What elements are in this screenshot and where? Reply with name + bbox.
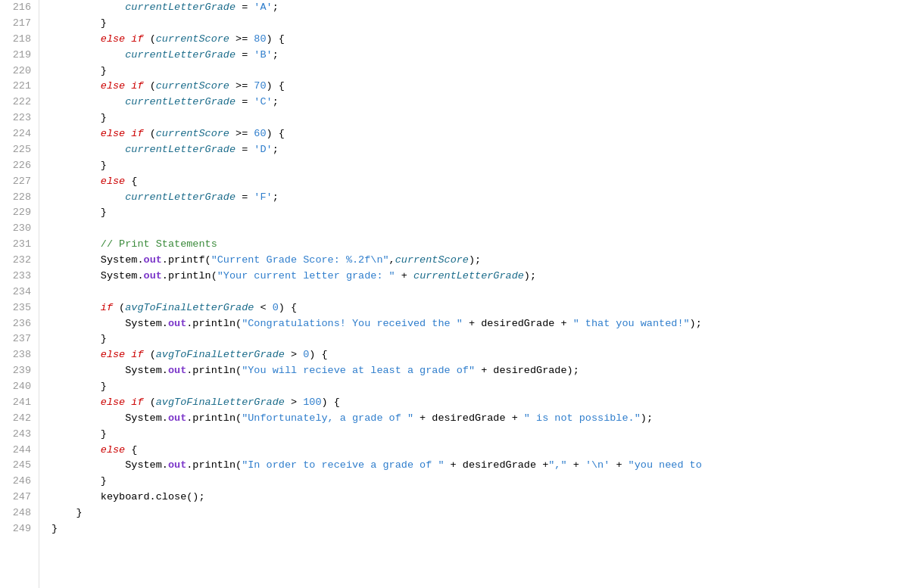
code-line: else {: [51, 174, 914, 190]
code-line: }: [51, 474, 914, 490]
line-number: 220: [5, 64, 31, 79]
line-number: 249: [5, 521, 31, 537]
line-numbers: 2162172182192202212222232242252262272282…: [0, 0, 39, 588]
line-number: 229: [5, 205, 31, 221]
code-line: else if (currentScore >= 60) {: [51, 126, 914, 142]
line-number: 244: [5, 443, 31, 459]
code-line: [51, 221, 914, 237]
line-number: 230: [5, 221, 31, 237]
code-line: else if (currentScore >= 80) {: [51, 32, 914, 48]
line-number: 238: [5, 347, 31, 363]
line-number: 233: [5, 269, 31, 285]
code-line: System.out.println("You will recieve at …: [51, 363, 914, 379]
code-line: // Print Statements: [51, 237, 914, 253]
line-number: 219: [5, 48, 31, 64]
code-line: currentLetterGrade = 'F';: [51, 190, 914, 206]
line-number: 237: [5, 331, 31, 347]
code-content[interactable]: currentLetterGrade = 'A'; } else if (cur…: [39, 0, 914, 588]
line-number: 225: [5, 142, 31, 158]
code-line: keyboard.close();: [51, 490, 914, 506]
code-line: else {: [51, 443, 914, 459]
line-number: 235: [5, 300, 31, 316]
code-line: }: [51, 110, 914, 126]
line-number: 228: [5, 190, 31, 206]
code-line: currentLetterGrade = 'C';: [51, 95, 914, 110]
code-line: }: [51, 521, 914, 537]
code-line: System.out.println("Your current letter …: [51, 269, 914, 285]
code-line: else if (avgToFinalLetterGrade > 100) {: [51, 395, 914, 411]
code-editor: 2162172182192202212222232242252262272282…: [0, 0, 914, 588]
line-number: 245: [5, 458, 31, 474]
line-number: 223: [5, 110, 31, 126]
line-number: 240: [5, 379, 31, 395]
code-line: System.out.printf("Current Grade Score: …: [51, 253, 914, 269]
line-number: 218: [5, 32, 31, 48]
line-number: 231: [5, 237, 31, 253]
code-line: currentLetterGrade = 'B';: [51, 48, 914, 64]
code-line: }: [51, 158, 914, 174]
code-line: }: [51, 205, 914, 221]
line-number: 246: [5, 474, 31, 490]
code-line: System.out.println("Congratulations! You…: [51, 316, 914, 332]
code-line: [51, 285, 914, 300]
code-line: System.out.println("Unfortunately, a gra…: [51, 411, 914, 427]
line-number: 247: [5, 490, 31, 506]
line-number: 241: [5, 395, 31, 411]
code-line: else if (currentScore >= 70) {: [51, 79, 914, 95]
code-line: if (avgToFinalLetterGrade < 0) {: [51, 300, 914, 316]
code-line: }: [51, 506, 914, 521]
line-number: 239: [5, 363, 31, 379]
code-line: }: [51, 64, 914, 79]
code-line: currentLetterGrade = 'A';: [51, 0, 914, 16]
line-number: 232: [5, 253, 31, 269]
code-line: System.out.println("In order to receive …: [51, 458, 914, 474]
line-number: 243: [5, 427, 31, 443]
code-line: currentLetterGrade = 'D';: [51, 142, 914, 158]
line-number: 226: [5, 158, 31, 174]
line-number: 236: [5, 316, 31, 332]
line-number: 216: [5, 0, 31, 16]
line-number: 221: [5, 79, 31, 95]
code-line: }: [51, 331, 914, 347]
line-number: 248: [5, 506, 31, 521]
line-number: 224: [5, 126, 31, 142]
line-number: 234: [5, 285, 31, 300]
code-line: }: [51, 16, 914, 32]
line-number: 227: [5, 174, 31, 190]
line-number: 222: [5, 95, 31, 110]
line-number: 242: [5, 411, 31, 427]
code-line: else if (avgToFinalLetterGrade > 0) {: [51, 347, 914, 363]
line-number: 217: [5, 16, 31, 32]
code-line: }: [51, 427, 914, 443]
code-line: }: [51, 379, 914, 395]
